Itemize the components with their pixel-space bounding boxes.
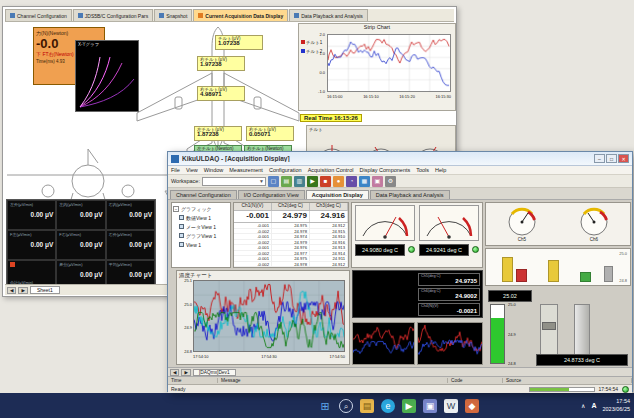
toolbar-save-icon[interactable]: ▥ [294, 176, 305, 187]
tree-root[interactable]: −グラフィック [173, 204, 229, 213]
close-button[interactable]: ✕ [618, 154, 629, 163]
toolbar-settings-icon[interactable]: ⚙ [385, 176, 396, 187]
menu-display-components[interactable]: Display Components [359, 167, 410, 173]
sheet-tab[interactable]: Sheet1 [30, 286, 60, 294]
toolbar-new-icon[interactable]: ▢ [268, 176, 279, 187]
window-title: KikuULDAQ - [Acquisition Display] [182, 155, 593, 162]
document-app-icon[interactable]: W [444, 399, 458, 413]
table-cell: 左外(μV/min)0.00 μV [7, 200, 56, 230]
strip-chart-canvas[interactable] [327, 34, 451, 92]
workspace-select[interactable]: ▼ [202, 177, 266, 186]
tree-item[interactable]: 数値View 1 [173, 213, 229, 222]
doc-next-button[interactable]: ▶ [181, 369, 190, 376]
scope-chart-left[interactable] [352, 322, 415, 365]
checkbox-icon[interactable] [179, 233, 184, 238]
title-bar[interactable]: KikuULDAQ - [Acquisition Display] – □ ✕ [168, 152, 632, 166]
sheet-prev-button[interactable]: ◀ [7, 287, 16, 294]
tab-channel-configuration[interactable]: Channel Configuration [170, 190, 237, 199]
bar-indicator [604, 266, 613, 282]
menu-configuration[interactable]: Configuration [269, 167, 302, 173]
tree-item[interactable]: View 1 [173, 240, 229, 249]
checkbox-icon[interactable] [179, 215, 184, 220]
menu-view[interactable]: View [186, 167, 198, 173]
ime-indicator[interactable]: A [591, 402, 596, 409]
toolbar-record-icon[interactable]: ● [333, 176, 344, 187]
back-tab-snapshot[interactable]: Snapshot [154, 9, 192, 21]
tray-expand-icon[interactable]: ∧ [581, 402, 585, 409]
tab-icon [159, 13, 164, 18]
acquisition-progress-bar [529, 387, 595, 392]
menu-help[interactable]: Help [435, 167, 446, 173]
strip-chart-y-axis: 2.01.00.0-1.0 [313, 32, 325, 94]
scope-chart-right[interactable] [417, 322, 483, 365]
toolbar-run-icon[interactable]: ▶ [307, 176, 318, 187]
menu-measurement[interactable]: Measurement [229, 167, 263, 173]
tilt-chip: 右チルト(μV)0.05071 [246, 126, 294, 141]
tree-item[interactable]: グラフView 1 [173, 231, 229, 240]
display-tree-panel: −グラフィック 数値View 1 メータView 1 グラフView 1 Vie… [171, 202, 231, 268]
toolbar-graph-view-icon[interactable]: ▦ [359, 176, 370, 187]
channel-readout-panel: Ch5(deg C)24.9735 Ch6(deg C)24.9002 Ch4(… [352, 270, 483, 318]
taskbar-clock[interactable]: 17:54 2023/06/25 [602, 398, 630, 412]
meter-readout-right: 24.9241 deg C [419, 244, 469, 256]
toolbar-meter-view-icon[interactable]: ◔ [346, 176, 357, 187]
channel-readout: Ch6(deg C)24.9002 [418, 288, 480, 301]
checkbox-icon[interactable] [179, 242, 184, 247]
collapse-icon[interactable]: − [173, 206, 179, 212]
output-col-source[interactable]: Source [503, 378, 632, 383]
settings-app-icon[interactable]: ▣ [423, 399, 437, 413]
status-led [408, 246, 415, 253]
table-row[interactable]: -0.00224.97824.912 [234, 262, 348, 268]
tilt-chip: 左チルト(μV)1.87238 [194, 126, 242, 141]
output-col-time[interactable]: Time [168, 378, 218, 383]
file-explorer-icon[interactable]: ▤ [360, 399, 374, 413]
slider-thumb[interactable] [542, 322, 556, 330]
utility-app-icon[interactable]: ◆ [465, 399, 479, 413]
menu-tools[interactable]: Tools [416, 167, 429, 173]
strip-chart-panel: Strip Chart チルト1 チルト2 2.01.00.0-1.0 16:1… [298, 23, 456, 111]
status-bar: Ready 17:54:54 [168, 384, 632, 393]
temperature-chart-canvas[interactable] [193, 280, 345, 352]
minimize-button[interactable]: – [594, 154, 605, 163]
strain-rate-table: 左外(μV/min)0.00 μV 左内(μV/min)0.00 μV 右内(μ… [6, 199, 156, 291]
menu-acquisition-control[interactable]: Acquisition Control [308, 167, 354, 173]
numeric-table-current-values: -0.001 24.979 24.916 [234, 211, 348, 223]
tab-acquisition-display[interactable]: Acquisition Display [306, 190, 369, 199]
temperature-chart-y-axis: 25.125.024.924.8 [178, 278, 192, 354]
search-ic icon[interactable]: ⌕ [339, 399, 353, 413]
front-window[interactable]: KikuULDAQ - [Acquisition Display] – □ ✕ … [167, 151, 633, 392]
right-readout-top: 25.02 [488, 290, 532, 302]
toolbar-numeric-view-icon[interactable]: ▣ [372, 176, 383, 187]
tab-io-configuration-view[interactable]: I/O Configuration View [238, 190, 305, 199]
back-tab-current-acquisition-data-display[interactable]: Current Acquisition Data Display [193, 9, 288, 21]
menu-file[interactable]: File [171, 167, 180, 173]
temperature-chart-x-axis: 17:54:1017:54:3017:54:50 [193, 354, 345, 359]
output-col-code[interactable]: Code [448, 378, 503, 383]
toolbar-stop-icon[interactable]: ■ [320, 176, 331, 187]
sheet-next-button[interactable]: ▶ [18, 287, 27, 294]
checkbox-icon[interactable] [179, 224, 184, 229]
tree-item[interactable]: メータView 1 [173, 222, 229, 231]
table-cell: 左内(μV/min)0.00 μV [56, 200, 105, 230]
doc-prev-button[interactable]: ◀ [170, 369, 179, 376]
back-tab-jds-configuration[interactable]: JDS5B/C Configuration Pars [73, 9, 153, 21]
workspace-label: Workspace: [171, 178, 200, 184]
round-gauge: Ch5 [504, 206, 540, 242]
toolbar-open-icon[interactable]: ▤ [281, 176, 292, 187]
edge-browser-icon[interactable]: e [381, 399, 395, 413]
tab-data-playback-analysis[interactable]: Data Playback and Analysis [370, 190, 450, 199]
xy-graph-panel[interactable]: X-Yグラフ [75, 40, 139, 112]
menu-window[interactable]: Window [204, 167, 224, 173]
xy-graph-title: X-Yグラフ [76, 41, 138, 48]
tab-icon [198, 13, 203, 18]
document-tab[interactable]: [DAQmx]Dev1 [193, 369, 236, 376]
back-tab-channel-configuration[interactable]: Channel Configuration [5, 9, 72, 21]
output-col-message[interactable]: Message [218, 378, 448, 383]
back-tab-data-playback-analysis[interactable]: Data Playback and Analysis [289, 9, 368, 21]
maximize-button[interactable]: □ [606, 154, 617, 163]
bar-indicator [516, 269, 527, 282]
gauge-dial-icon [504, 206, 540, 236]
start-button[interactable]: ⊞ [318, 399, 332, 413]
app-icon [171, 155, 179, 163]
acquisition-app-icon[interactable]: ▶ [402, 399, 416, 413]
